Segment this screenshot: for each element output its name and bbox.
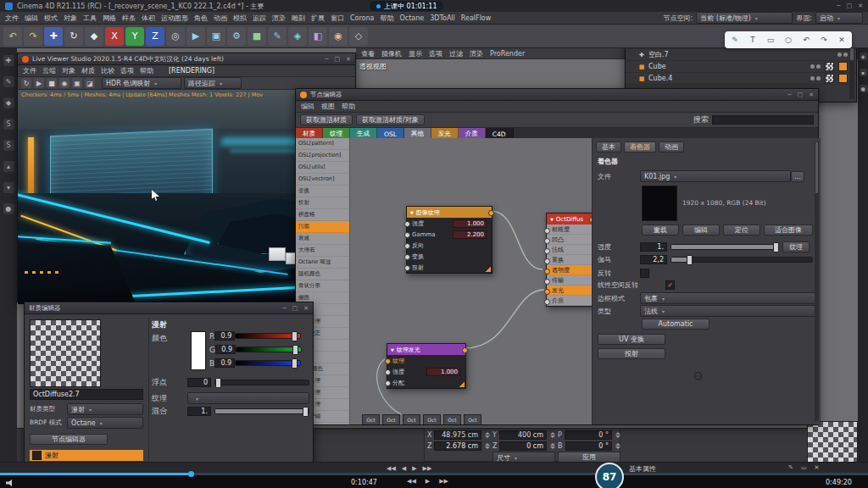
resume-render-icon[interactable]: ▶ <box>34 78 44 88</box>
input-port[interactable] <box>385 369 391 375</box>
render-settings-icon[interactable]: ⚙ <box>227 27 246 46</box>
spinner[interactable] <box>549 443 555 449</box>
close-button[interactable]: ✕ <box>809 92 814 98</box>
transport-icon[interactable]: ▶▶ <box>423 465 432 472</box>
object-name[interactable]: 空白.7 <box>648 50 669 59</box>
collapsed-node[interactable]: Oct <box>382 414 400 424</box>
object-row[interactable]: ■ Cube <box>626 61 856 73</box>
maximize-button[interactable]: □ <box>292 305 298 312</box>
menu-item[interactable]: 运动图形 <box>161 14 188 23</box>
projection-button[interactable]: 投射 <box>598 348 665 359</box>
invert-checkbox[interactable] <box>640 269 649 278</box>
linear-space-invert-checkbox[interactable] <box>665 280 675 290</box>
node-param-row[interactable]: 变换 <box>407 251 492 262</box>
node-image-texture[interactable]: 图像纹理 强度1.000 Gamma2.200 反向 变换 投射 <box>406 206 492 274</box>
node-editor-menu-item[interactable]: 帮助 <box>342 102 355 111</box>
node-param-row[interactable]: 置换 <box>547 255 593 265</box>
input-port[interactable] <box>544 269 550 274</box>
node-connection-wire[interactable] <box>491 211 542 269</box>
file-browse-button[interactable]: … <box>791 171 804 182</box>
close-button[interactable]: ✕ <box>346 56 351 63</box>
node-param-row[interactable]: 发光 <box>547 286 593 296</box>
locate-button[interactable]: 定位 <box>723 225 760 236</box>
minimize-button[interactable]: ─ <box>325 56 328 63</box>
spinner[interactable] <box>615 443 620 449</box>
node-type-item[interactable]: 变换 <box>296 186 349 197</box>
menu-item[interactable]: 对象 <box>64 14 77 23</box>
input-port[interactable] <box>404 243 410 249</box>
node-param-row[interactable]: 纹理 <box>387 355 465 366</box>
rectangle-tool-icon[interactable]: ▭ <box>765 34 777 47</box>
mix-value[interactable]: 1. <box>187 407 211 416</box>
live-viewer-menu-item[interactable]: 文件 <box>23 66 36 75</box>
mix-slider[interactable] <box>214 408 309 414</box>
menu-item[interactable]: 工具 <box>83 14 97 23</box>
node-type-item[interactable]: 污垢 <box>296 221 349 233</box>
polygons-mode-icon[interactable]: ● <box>3 203 14 214</box>
visibility-dot[interactable] <box>810 64 815 69</box>
node-type-item[interactable]: OSL[pattern] <box>296 138 349 150</box>
automatic-button[interactable]: Automatic <box>642 319 709 330</box>
object-name[interactable]: Cube.4 <box>648 75 672 82</box>
coord-value[interactable]: 2.678 cm <box>434 441 481 451</box>
player-control-icon[interactable]: ▶ <box>426 478 430 485</box>
live-viewer-menu-item[interactable]: 材质 <box>81 66 95 75</box>
material-tag-icon[interactable] <box>838 74 848 83</box>
channel-row[interactable]: 漫射 <box>30 450 143 461</box>
texture-dropdown[interactable] <box>187 392 309 404</box>
menu-item[interactable]: 模拟 <box>233 14 247 23</box>
input-port[interactable] <box>544 238 550 244</box>
node-type-item[interactable]: OSL[utils] <box>296 162 349 174</box>
undo-icon[interactable]: ↶ <box>800 34 813 47</box>
node-param-row[interactable]: 强度1.000 <box>407 218 492 229</box>
node-param-row[interactable]: Gamma2.200 <box>407 229 492 240</box>
node-param-row[interactable]: 投射 <box>407 262 492 273</box>
material-tag-icon[interactable] <box>838 62 848 71</box>
texture-button[interactable]: 纹理 <box>782 241 810 252</box>
input-port[interactable] <box>404 232 410 238</box>
x-axis-lock-icon[interactable]: X <box>105 27 124 46</box>
ellipse-tool-icon[interactable]: ○ <box>782 34 795 47</box>
spinner[interactable] <box>484 432 490 438</box>
coord-value[interactable]: 400 cm <box>499 430 547 440</box>
tonemap-dropdown[interactable]: HDR 色调映射 <box>102 77 181 89</box>
simulation-icon[interactable]: ◉ <box>329 27 348 46</box>
rotate-tool-icon[interactable]: ↻ <box>64 27 83 46</box>
node-param-row[interactable]: 反向 <box>407 240 492 251</box>
gamma-value[interactable]: 2,2 <box>640 255 667 264</box>
live-viewer-menu-item[interactable]: 云端 <box>42 66 56 75</box>
live-viewer-menu-item[interactable]: 对象 <box>62 66 75 75</box>
input-port[interactable] <box>544 279 550 285</box>
node-resize-handle[interactable] <box>459 381 465 387</box>
player-control-icon[interactable]: ▶▶ <box>439 478 448 485</box>
pick-focus-icon[interactable]: ◉ <box>59 78 70 88</box>
node-header[interactable]: 图像纹理 <box>407 207 492 218</box>
menu-item[interactable]: 渲染 <box>272 14 286 23</box>
mograph-icon[interactable]: ◈ <box>288 27 307 46</box>
region-render-icon[interactable]: ▣ <box>72 78 82 88</box>
menu-item[interactable]: 文件 <box>5 14 19 23</box>
annotate-shape-icon[interactable]: ▭ <box>801 464 807 471</box>
maximize-button[interactable]: □ <box>847 3 853 9</box>
render-view-icon[interactable]: ▶ <box>186 27 205 46</box>
viewport-menu-item[interactable]: 渲染 <box>470 49 483 58</box>
channel-g-value[interactable]: 0.9 <box>215 345 236 354</box>
input-port[interactable] <box>385 358 391 364</box>
scale-shortcut-icon[interactable]: S <box>3 119 14 130</box>
output-port[interactable] <box>462 347 468 353</box>
y-axis-lock-icon[interactable]: Y <box>125 27 144 46</box>
input-port[interactable] <box>544 258 550 264</box>
viewport-menu-item[interactable]: 查看 <box>361 49 375 58</box>
node-param-row[interactable]: 凹凸 <box>547 235 593 245</box>
video-progress-knob[interactable] <box>188 471 194 477</box>
node-header[interactable]: OctDiffus <box>547 214 593 225</box>
move-tool-icon[interactable]: ✚ <box>44 27 63 46</box>
maximize-button[interactable]: □ <box>798 92 804 98</box>
panel-scrollbar[interactable] <box>815 141 819 421</box>
node-editor-button[interactable]: 节点编辑器 <box>30 434 108 445</box>
gamma-slider[interactable] <box>670 257 813 263</box>
file-dropdown[interactable]: K01.jpg <box>640 170 791 182</box>
material-preview[interactable] <box>30 319 101 387</box>
visibility-dot[interactable] <box>843 53 848 57</box>
texture-tag-icon[interactable] <box>825 62 834 71</box>
